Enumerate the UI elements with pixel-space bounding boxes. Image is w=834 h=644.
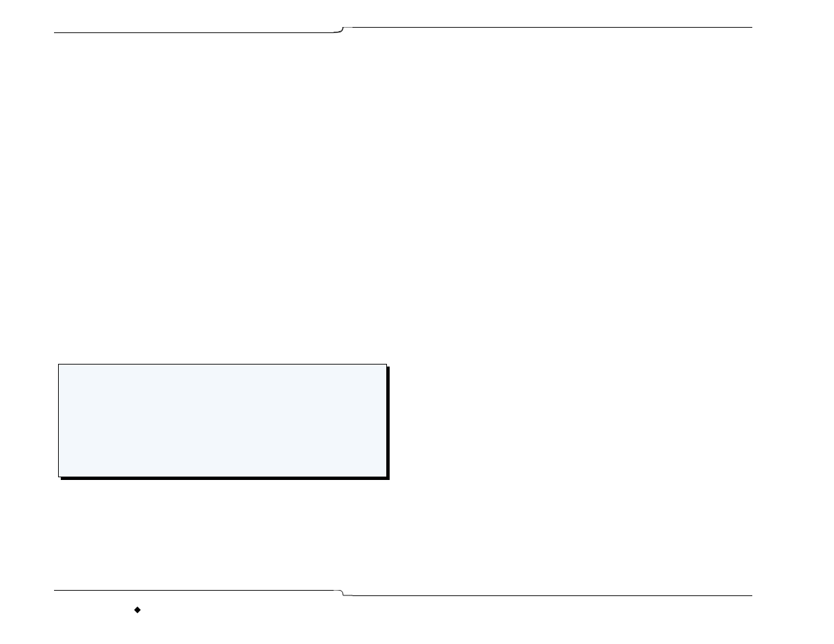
bottom-separator: [54, 590, 752, 601]
bottom-separator-left-rule: [54, 590, 334, 591]
top-separator-left-rule: [54, 32, 334, 33]
page-footer: [59, 603, 148, 616]
diamond-icon: [134, 606, 141, 613]
top-separator-right-rule: [353, 27, 752, 28]
callout-box: [58, 364, 387, 477]
bottom-separator-curve-icon: [334, 590, 353, 601]
top-separator: [54, 27, 752, 38]
bottom-separator-right-rule: [353, 595, 752, 596]
top-separator-curve-icon: [334, 27, 353, 38]
